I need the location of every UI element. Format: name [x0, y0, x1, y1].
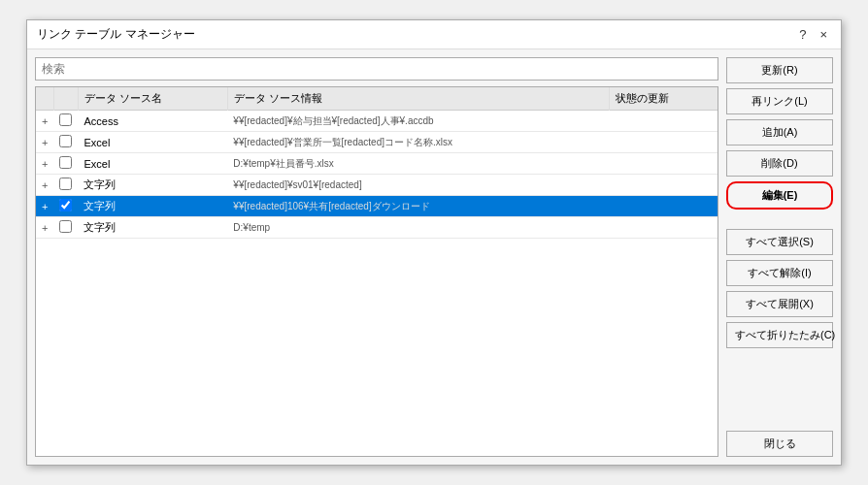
status-cell [609, 217, 718, 239]
col-status: 状態の更新 [609, 87, 718, 111]
table-body: +Access¥¥[redacted]¥給与担当¥[redacted]人事¥.a… [36, 111, 718, 239]
deselect-all-button[interactable]: すべて解除(I) [726, 260, 833, 286]
expand-cell[interactable]: + [36, 175, 53, 196]
datasource-name-cell: 文字列 [78, 217, 227, 239]
table-row[interactable]: +ExcelD:¥temp¥社員番号.xlsx [36, 153, 718, 175]
datasource-table: データ ソース名 データ ソース情報 状態の更新 +Access¥¥[redac… [36, 87, 718, 239]
col-expand [36, 87, 53, 111]
check-cell[interactable] [53, 132, 78, 153]
title-bar: リンク テーブル マネージャー ? × [27, 20, 841, 49]
check-cell[interactable] [53, 175, 78, 196]
link-table-manager-dialog: リンク テーブル マネージャー ? × データ ソース名 データ ソース情報 [26, 19, 842, 466]
table-row[interactable]: +Access¥¥[redacted]¥給与担当¥[redacted]人事¥.a… [36, 111, 718, 132]
spacer-bottom [726, 353, 833, 426]
status-cell [609, 153, 718, 175]
left-panel: データ ソース名 データ ソース情報 状態の更新 +Access¥¥[redac… [35, 57, 718, 457]
add-button[interactable]: 追加(A) [726, 119, 833, 146]
dialog-title: リンク テーブル マネージャー [37, 26, 195, 43]
row-checkbox[interactable] [59, 220, 72, 233]
close-button[interactable]: 閉じる [726, 431, 833, 457]
right-panel: 更新(R) 再リンク(L) 追加(A) 削除(D) 編集(E) すべて選択(S)… [726, 57, 833, 457]
table-row[interactable]: +文字列D:¥temp [36, 217, 718, 239]
datasource-name-cell: Access [78, 111, 227, 132]
expand-all-button[interactable]: すべて展開(X) [726, 291, 833, 317]
refresh-button[interactable]: 更新(R) [726, 57, 833, 83]
check-cell[interactable] [53, 111, 78, 132]
table-header-row: データ ソース名 データ ソース情報 状態の更新 [36, 87, 718, 111]
select-all-button[interactable]: すべて選択(S) [726, 229, 833, 255]
row-checkbox[interactable] [59, 113, 72, 126]
status-cell [609, 132, 718, 153]
status-cell [609, 111, 718, 132]
datasource-name-cell: 文字列 [78, 175, 227, 196]
delete-button[interactable]: 削除(D) [726, 150, 833, 177]
status-cell [609, 196, 718, 217]
datasource-info-cell: ¥¥[redacted]106¥共有[redacted]ダウンロード [227, 196, 609, 217]
close-window-button[interactable]: × [816, 27, 831, 42]
datasource-info-cell: ¥¥[redacted]¥sv01¥[redacted] [227, 175, 609, 196]
datasource-name-cell: Excel [78, 153, 227, 175]
button-spacer [726, 214, 833, 224]
row-checkbox[interactable] [59, 156, 72, 169]
table-row[interactable]: +Excel¥¥[redacted]¥営業所一覧[redacted]コード名称.… [36, 132, 718, 153]
expand-cell[interactable]: + [36, 153, 53, 175]
row-checkbox[interactable] [59, 178, 72, 190]
dialog-body: データ ソース名 データ ソース情報 状態の更新 +Access¥¥[redac… [27, 49, 841, 465]
check-cell[interactable] [53, 196, 78, 217]
table-row[interactable]: +文字列¥¥[redacted]106¥共有[redacted]ダウンロード [36, 196, 718, 217]
expand-cell[interactable]: + [36, 196, 53, 217]
table-container: データ ソース名 データ ソース情報 状態の更新 +Access¥¥[redac… [35, 86, 718, 457]
col-check [53, 87, 78, 111]
datasource-name-cell: 文字列 [78, 196, 227, 217]
table-row[interactable]: +文字列¥¥[redacted]¥sv01¥[redacted] [36, 175, 718, 196]
expand-cell[interactable]: + [36, 111, 53, 132]
collapse-all-button[interactable]: すべて折りたたみ(C) [726, 322, 833, 348]
edit-button[interactable]: 編集(E) [726, 181, 833, 210]
expand-cell[interactable]: + [36, 132, 53, 153]
status-cell [609, 175, 718, 196]
relink-button[interactable]: 再リンク(L) [726, 88, 833, 114]
title-controls: ? × [795, 27, 831, 42]
datasource-info-cell: ¥¥[redacted]¥給与担当¥[redacted]人事¥.accdb [227, 111, 609, 132]
row-checkbox[interactable] [59, 135, 72, 147]
col-name: データ ソース名 [78, 87, 227, 111]
datasource-info-cell: ¥¥[redacted]¥営業所一覧[redacted]コード名称.xlsx [227, 132, 609, 153]
col-info: データ ソース情報 [227, 87, 609, 111]
expand-cell[interactable]: + [36, 217, 53, 239]
datasource-info-cell: D:¥temp¥社員番号.xlsx [227, 153, 609, 175]
row-checkbox[interactable] [59, 199, 72, 211]
search-input[interactable] [35, 57, 718, 81]
datasource-info-cell: D:¥temp [227, 217, 609, 239]
datasource-name-cell: Excel [78, 132, 227, 153]
help-button[interactable]: ? [795, 27, 810, 42]
check-cell[interactable] [53, 153, 78, 175]
check-cell[interactable] [53, 217, 78, 239]
